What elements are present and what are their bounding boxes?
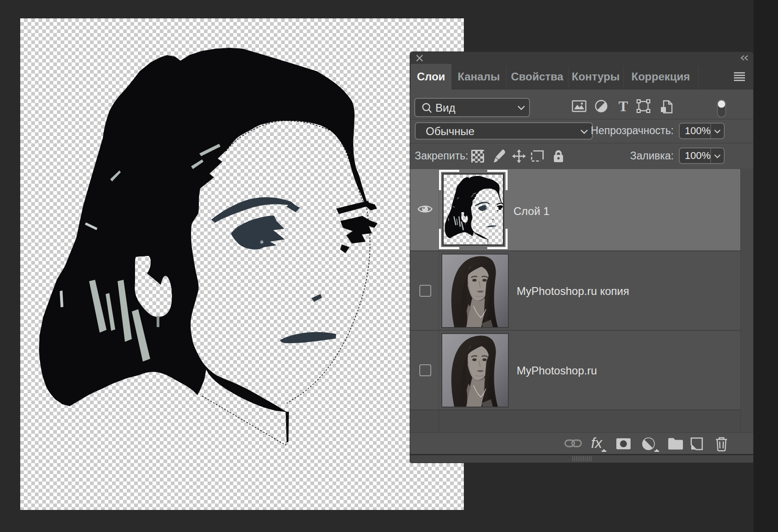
svg-text:T: T (619, 99, 628, 114)
svg-text:fx: fx (591, 436, 603, 451)
